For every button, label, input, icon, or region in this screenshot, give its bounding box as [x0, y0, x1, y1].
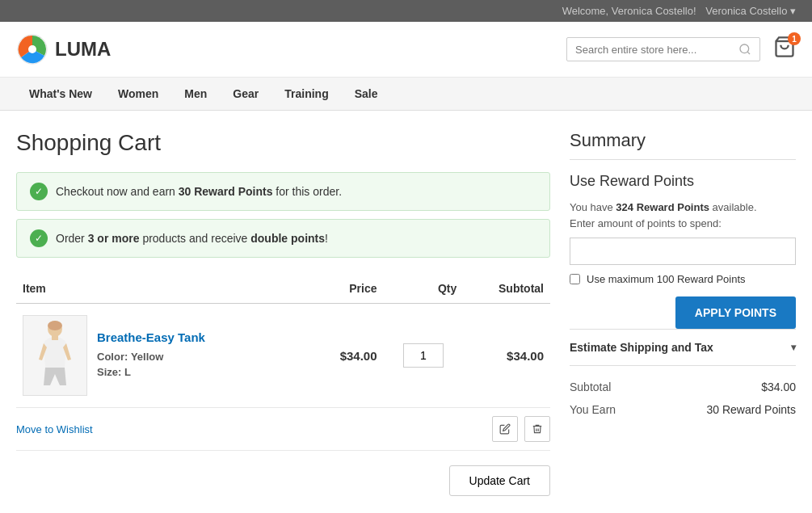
wishlist-link[interactable]: Move to Wishlist [16, 423, 486, 435]
product-name: Breathe-Easy Tank [97, 330, 205, 344]
alert-1-text: Checkout now and earn 30 Reward Points f… [56, 185, 342, 198]
edit-icon [499, 423, 511, 435]
cart-actions: Move to Wishlist [16, 408, 550, 450]
you-earn-row: You Earn 30 Reward Points [570, 398, 796, 421]
search-icon [738, 43, 751, 56]
search-box[interactable] [566, 37, 760, 61]
max-reward-label: Use maximum 100 Reward Points [587, 273, 746, 285]
nav-item-gear[interactable]: Gear [220, 78, 271, 110]
svg-line-3 [747, 52, 750, 54]
col-subtotal: Subtotal [463, 274, 550, 304]
check-icon-2: ✓ [30, 229, 48, 247]
reward-points-title: Use Reward Points [570, 173, 796, 190]
svg-rect-7 [52, 335, 58, 340]
you-earn-value: 30 Reward Points [706, 403, 796, 416]
col-price: Price [309, 274, 384, 304]
edit-button[interactable] [492, 416, 518, 442]
page-title: Shopping Cart [16, 130, 550, 156]
chevron-down-icon: ▾ [791, 342, 796, 353]
update-cart-button[interactable]: Update Cart [449, 465, 550, 496]
nav-item-men[interactable]: Men [171, 78, 220, 110]
product-image-svg [31, 319, 79, 392]
product-image [23, 315, 87, 396]
update-cart-wrapper: Update Cart [16, 450, 550, 464]
svg-point-6 [48, 321, 62, 330]
header: LUMA 1 [0, 22, 812, 78]
header-right: 1 [566, 36, 796, 63]
summary-section: Summary Use Reward Points You have 324 R… [570, 130, 796, 421]
alert-2-text: Order 3 or more products and receive dou… [56, 232, 328, 245]
summary-title: Summary [570, 130, 796, 160]
product-size: Size: L [97, 366, 205, 378]
main-nav: What's New Women Men Gear Training Sale [0, 78, 812, 111]
reward-desc: You have 324 Reward Points available. En… [570, 200, 796, 231]
nav-item-training[interactable]: Training [271, 78, 341, 110]
logo[interactable]: LUMA [16, 33, 111, 65]
product-price: $34.00 [309, 304, 384, 408]
qty-input[interactable] [403, 343, 444, 368]
svg-point-1 [28, 45, 36, 53]
alert-banner-reward: ✓ Checkout now and earn 30 Reward Points… [16, 172, 550, 211]
cart-table: Item Price Qty Subtotal [16, 274, 550, 408]
col-item: Item [16, 274, 309, 304]
estimate-shipping-label: Estimate Shipping and Tax [570, 341, 713, 354]
subtotal-value: $34.00 [761, 381, 796, 393]
nav-item-whats-new[interactable]: What's New [16, 78, 105, 110]
product-color: Color: Yellow [97, 351, 205, 363]
delete-button[interactable] [524, 416, 550, 442]
trash-icon [532, 423, 543, 435]
subtotal-label: Subtotal [570, 381, 611, 393]
max-reward-checkbox[interactable] [570, 274, 580, 284]
cart-section: Shopping Cart ✓ Checkout now and earn 30… [16, 130, 550, 496]
reward-points-input[interactable] [570, 238, 796, 265]
search-input[interactable] [575, 44, 738, 56]
reward-checkbox-row: Use maximum 100 Reward Points [570, 273, 796, 285]
table-row: Breathe-Easy Tank Color: Yellow Size: L … [16, 304, 550, 408]
nav-item-sale[interactable]: Sale [342, 78, 391, 110]
logo-icon [16, 33, 48, 65]
estimate-shipping-row[interactable]: Estimate Shipping and Tax ▾ [570, 329, 796, 366]
main-content: Shopping Cart ✓ Checkout now and earn 30… [0, 111, 812, 513]
svg-point-2 [740, 44, 749, 53]
cart-badge: 1 [788, 32, 801, 45]
welcome-text: Welcome, Veronica Costello! [562, 5, 696, 17]
product-subtotal: $34.00 [463, 304, 550, 408]
reward-points-section: Use Reward Points You have 324 Reward Po… [570, 173, 796, 285]
cart-button[interactable]: 1 [773, 36, 796, 63]
nav-item-women[interactable]: Women [105, 78, 171, 110]
product-details: Breathe-Easy Tank Color: Yellow Size: L [87, 330, 205, 381]
apply-points-button[interactable]: Apply Points [675, 296, 796, 329]
alert-banner-double: ✓ Order 3 or more products and receive d… [16, 219, 550, 258]
subtotal-row: Subtotal $34.00 [570, 376, 796, 398]
logo-text: LUMA [55, 38, 111, 61]
you-earn-label: You Earn [570, 403, 616, 416]
totals-section: Subtotal $34.00 You Earn 30 Reward Point… [570, 366, 796, 421]
top-bar: Welcome, Veronica Costello! Veronica Cos… [0, 0, 812, 22]
user-account-link[interactable]: Veronica Costello ▾ [705, 5, 796, 17]
check-icon-1: ✓ [30, 183, 48, 200]
col-qty: Qty [384, 274, 464, 304]
